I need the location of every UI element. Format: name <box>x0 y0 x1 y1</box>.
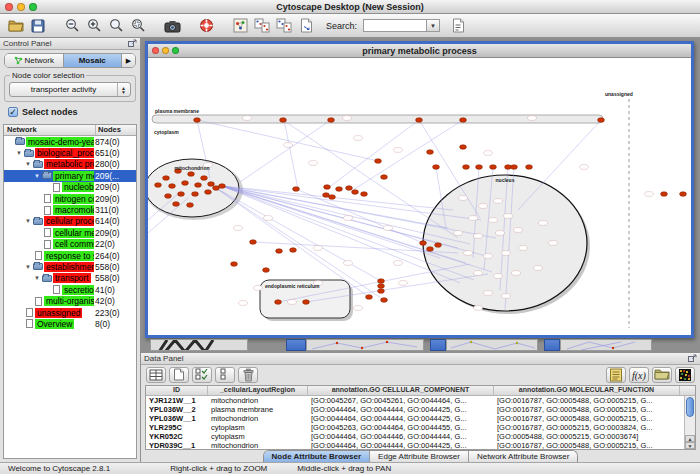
network-node[interactable] <box>194 118 201 123</box>
network-label-node[interactable] <box>474 234 483 239</box>
network-node[interactable] <box>490 165 497 170</box>
network-label-node[interactable] <box>580 165 589 170</box>
network-node[interactable] <box>250 240 257 245</box>
network-node[interactable] <box>195 183 202 188</box>
tree-row[interactable]: ▼cellular process614(0) <box>4 216 136 227</box>
network-label-node[interactable] <box>474 271 483 276</box>
network-node[interactable] <box>208 182 215 187</box>
network-label-node[interactable] <box>344 216 353 221</box>
network-label-node[interactable] <box>354 306 363 311</box>
scroll-up-button[interactable]: ▲ <box>685 435 695 442</box>
network-node[interactable] <box>280 118 287 123</box>
network-label-node[interactable] <box>645 192 654 197</box>
tab-overflow-arrow[interactable]: ▶ <box>122 54 135 67</box>
tab-mosaic[interactable]: Mosaic <box>64 54 123 67</box>
tab-node-attribute-browser[interactable]: Node Attribute Browser <box>264 451 371 462</box>
search-dropdown-arrow[interactable]: ▼ <box>427 19 440 32</box>
network-node[interactable] <box>263 268 270 273</box>
network-node[interactable] <box>201 176 208 181</box>
tree-expand-arrow[interactable]: ▼ <box>33 275 41 281</box>
background-window-thumbnail[interactable] <box>446 339 538 351</box>
network-node[interactable] <box>661 192 668 197</box>
tree-row[interactable]: cell communicat22(0) <box>4 239 136 250</box>
network-canvas[interactable]: plasma membranecytoplasmmitochondrionnuc… <box>148 58 691 335</box>
tree-row[interactable]: ▼establishment of lo558(0) <box>4 261 136 272</box>
network-label-node[interactable] <box>344 261 353 266</box>
table-scrollbar[interactable]: ▲ ▼ <box>684 396 695 449</box>
tree-expand-arrow[interactable]: ▼ <box>24 264 32 270</box>
zoom-selected-region-icon[interactable] <box>128 17 148 35</box>
network-label-node[interactable] <box>264 216 273 221</box>
help-lifering-icon[interactable] <box>196 17 216 35</box>
tree-row[interactable]: ▼primary metabo209(... <box>4 170 136 181</box>
network-node[interactable] <box>375 159 382 164</box>
network-node[interactable] <box>346 186 353 191</box>
snapshot-camera-icon[interactable] <box>162 17 182 35</box>
network-node[interactable] <box>192 192 199 197</box>
zoom-in-icon[interactable] <box>84 17 104 35</box>
open-file-icon[interactable] <box>6 17 26 35</box>
tab-network-attribute-browser[interactable]: Network Attribute Browser <box>469 451 577 462</box>
tree-row[interactable]: mosaic-demo-yeast874(0) <box>4 136 136 147</box>
tree-row[interactable]: nitrogen compo209(0) <box>4 193 136 204</box>
import-attributes-icon[interactable] <box>652 367 672 383</box>
network-node[interactable] <box>381 298 388 303</box>
network-node[interactable] <box>303 300 310 305</box>
network-label-node[interactable] <box>496 231 505 236</box>
network-label-node[interactable] <box>512 271 521 276</box>
tree-row[interactable]: response to stimulu264(0) <box>4 250 136 261</box>
network-node[interactable] <box>188 172 195 177</box>
attribute-table[interactable]: ID_cellularLayoutRegionannotation.GO CEL… <box>145 385 696 450</box>
network-node[interactable] <box>329 195 336 200</box>
network-node[interactable] <box>290 248 297 253</box>
table-row[interactable]: YPL036W__1mitochondrion[GO:0044464, GO:0… <box>146 414 695 423</box>
tree-row[interactable]: nucleobase-209(0) <box>4 182 136 193</box>
network-view-frame[interactable]: primary metabolic process plasma membran… <box>145 41 694 338</box>
network-node[interactable] <box>526 165 533 170</box>
network-node[interactable] <box>381 175 388 180</box>
network-node[interactable] <box>460 118 467 123</box>
network-label-node[interactable] <box>539 221 548 226</box>
network-label-node[interactable] <box>484 151 493 156</box>
tree-expand-arrow[interactable]: ▼ <box>15 150 23 156</box>
network-node[interactable] <box>276 249 283 254</box>
search-input[interactable] <box>363 19 427 32</box>
network-label-node[interactable] <box>454 231 463 236</box>
network-node[interactable] <box>324 185 331 190</box>
network-label-node[interactable] <box>479 204 488 209</box>
network-label-node[interactable] <box>464 251 473 256</box>
network-frame-titlebar[interactable]: primary metabolic process <box>148 44 691 58</box>
network-label-node[interactable] <box>514 228 523 233</box>
background-window-thumbnail[interactable] <box>150 339 248 351</box>
network-label-node[interactable] <box>459 196 468 201</box>
network-node[interactable] <box>416 118 423 123</box>
network-node[interactable] <box>378 284 385 289</box>
network-node[interactable] <box>169 184 176 189</box>
select-attributes-icon[interactable] <box>192 367 212 383</box>
nucleus-region[interactable] <box>423 175 587 311</box>
network-node[interactable] <box>511 165 518 170</box>
network-node[interactable] <box>293 187 300 192</box>
background-window-titlebar[interactable] <box>286 339 306 351</box>
tree-column-nodes[interactable]: Nodes <box>96 125 136 135</box>
network-node[interactable] <box>275 300 282 305</box>
tree-expand-arrow[interactable]: ▼ <box>33 173 41 179</box>
select-nodes-checkbox[interactable]: ✓ <box>8 107 18 117</box>
network-node[interactable] <box>163 176 170 181</box>
search-options-icon[interactable] <box>448 17 468 35</box>
network-node[interactable] <box>680 192 687 197</box>
tree-row[interactable]: secretion41(0) <box>4 284 136 295</box>
copy-network-right-icon[interactable] <box>274 17 294 35</box>
network-label-node[interactable] <box>309 161 318 166</box>
network-label-node[interactable] <box>469 216 478 221</box>
new-attribute-icon[interactable] <box>169 367 189 383</box>
tree-row[interactable]: cellular metabo209(0) <box>4 227 136 238</box>
tree-row[interactable]: macromolecule311(0) <box>4 204 136 215</box>
network-node[interactable] <box>598 118 605 123</box>
network-label-node[interactable] <box>243 116 252 121</box>
network-node[interactable] <box>378 289 385 294</box>
network-label-node[interactable] <box>394 261 403 266</box>
save-session-icon[interactable] <box>28 17 48 35</box>
network-label-node[interactable] <box>314 246 323 251</box>
network-label-node[interactable] <box>502 294 511 299</box>
